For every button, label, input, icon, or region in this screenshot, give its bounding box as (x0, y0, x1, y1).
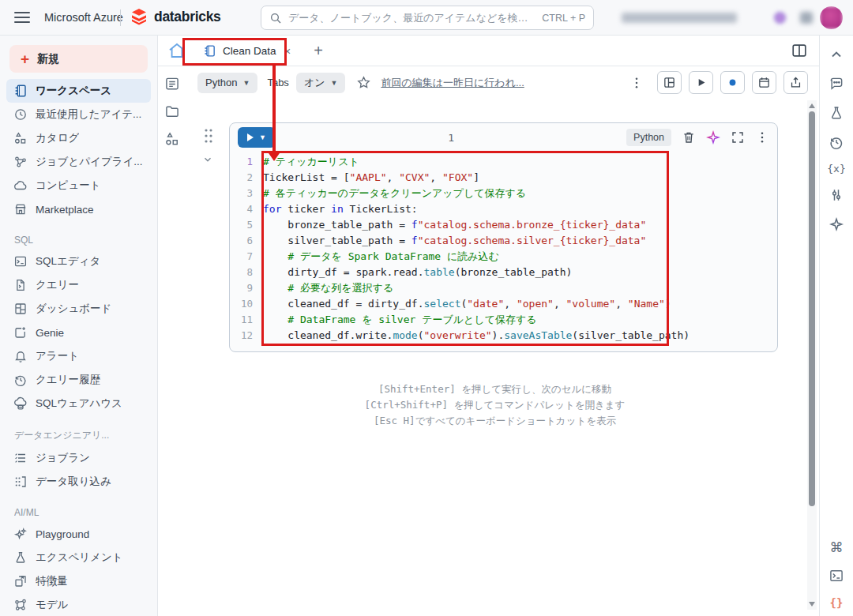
settings-sliders-icon[interactable] (829, 187, 844, 203)
catalog-schema-icon[interactable] (164, 131, 180, 147)
hamburger-menu-icon[interactable] (14, 10, 30, 24)
toolbar-actions (629, 71, 819, 94)
assistant-sparkle-icon[interactable] (706, 130, 720, 145)
topbar-icon-redacted-2[interactable] (800, 12, 813, 24)
line-number: 3 (230, 186, 263, 201)
sidebar-item-job-runs[interactable]: ジョブラン (6, 446, 151, 470)
sidebar-item-marketplace[interactable]: Marketplace (6, 197, 151, 221)
variables-icon[interactable]: {x} (827, 163, 845, 174)
code-line-1[interactable]: 1# ティッカーリスト (230, 154, 777, 170)
notebook-left-rail (158, 66, 186, 616)
sidebar-item-recents[interactable]: 最近使用したアイテ... (6, 103, 151, 126)
new-button[interactable]: + 新規 (9, 45, 148, 73)
code-line-11[interactable]: 11 # DataFrame を silver テーブルとして保存する (230, 312, 777, 328)
table-of-contents-icon[interactable] (164, 76, 180, 92)
code-line-6[interactable]: 6 silver_table_path = f"catalog.schema.s… (230, 233, 777, 249)
collapse-panel-chevron-icon[interactable] (829, 47, 844, 62)
scrollbar[interactable] (807, 100, 817, 610)
expand-fullscreen-icon[interactable] (731, 130, 745, 145)
share-button[interactable] (783, 71, 808, 94)
sidebar-item-queries[interactable]: クエリー (6, 273, 151, 297)
tab-clean-data[interactable]: Clean Data × (193, 36, 302, 66)
recents-icon (13, 107, 28, 122)
scrollbar-thumb[interactable] (809, 111, 815, 506)
trash-icon[interactable] (682, 130, 696, 145)
sidebar-item-data-ingestion[interactable]: データ取り込み (6, 470, 151, 494)
run-dropdown-chevron-icon[interactable]: ▼ (259, 133, 266, 141)
code-line-2[interactable]: 2TickerList = ["AAPL", "CVX", "FOX"] (230, 170, 777, 186)
scrollbar-down-arrow[interactable] (807, 599, 817, 609)
home-icon[interactable] (167, 41, 186, 60)
line-number: 12 (230, 328, 263, 344)
schedule-button[interactable] (752, 71, 776, 94)
terminal-icon[interactable] (829, 568, 844, 584)
sidebar-item-genie[interactable]: Genie (6, 321, 151, 344)
split-view-icon[interactable] (791, 42, 808, 59)
tab-close-icon[interactable]: × (283, 44, 293, 58)
folder-icon[interactable] (164, 103, 180, 119)
sidebar-item-playground[interactable]: Playground (6, 522, 151, 546)
sidebar-item-sql-warehouse[interactable]: SQLウェアハウス (6, 392, 151, 415)
sidebar-item-workspace[interactable]: ワークスペース (6, 79, 151, 103)
workspace-name-redacted[interactable] (622, 13, 737, 23)
cell-number: 1 (276, 132, 626, 144)
run-cell-button[interactable]: ▼ (238, 127, 276, 148)
keyboard-hint-line: [Esc H]ですべてのキーボードショートカットを表示 (186, 413, 803, 429)
databricks-app: Microsoft Azure databricks データ、ノートブック、最近… (0, 0, 853, 616)
code-line-8[interactable]: 8 dirty_df = spark.read.table(bronze_tab… (230, 265, 777, 280)
interrupt-button[interactable] (720, 71, 745, 94)
marketplace-icon (13, 202, 28, 216)
notebook-canvas: ▼ 1 Python (186, 99, 819, 616)
sidebar-item-jobs[interactable]: ジョブとパイプライ... (6, 150, 151, 174)
favorite-star-icon[interactable] (356, 75, 371, 90)
databricks-brand[interactable]: databricks (130, 7, 221, 26)
sidebar-item-query-history[interactable]: クエリー履歴 (6, 368, 151, 392)
line-number: 7 (230, 249, 263, 265)
code-line-12[interactable]: 12 cleaned_df.write.mode("overwrite").sa… (230, 328, 777, 344)
code-line-10[interactable]: 10 cleaned_df = dirty_df.select("date", … (230, 296, 777, 312)
comments-icon[interactable] (829, 76, 844, 92)
cell-language-badge[interactable]: Python (626, 129, 671, 146)
keyboard-hints: [Shift+Enter] を押して実行し、次のセルに移動[Ctrl+Shift… (186, 381, 803, 429)
playground-icon (13, 527, 28, 541)
cell-drag-handle-icon[interactable] (202, 127, 215, 145)
scrollbar-up-arrow[interactable] (807, 101, 817, 111)
code-line-7[interactable]: 7 # データを Spark DataFrame に読み込む (230, 249, 777, 265)
sidebar-item-experiments[interactable]: エクスペリメント (6, 546, 151, 569)
topbar-icon-redacted-1[interactable] (774, 12, 786, 24)
sidebar-item-label: ワークスペース (36, 84, 111, 98)
global-search-input[interactable]: データ、ノートブック、最近のアイテムなどを検索... CTRL + P (261, 6, 594, 30)
sidebar-item-models[interactable]: モデル (6, 593, 151, 616)
toolbar-kebab-icon[interactable] (629, 76, 644, 90)
cell-kebab-icon[interactable] (755, 130, 769, 145)
experiments-rail-icon[interactable] (829, 105, 844, 121)
assistant-rail-icon[interactable] (829, 216, 844, 232)
sidebar-item-alerts[interactable]: アラート (6, 344, 151, 368)
code-line-4[interactable]: 4for ticker in TickerList: (230, 201, 777, 217)
sidebar-item-features[interactable]: 特徴量 (6, 569, 151, 593)
code-line-9[interactable]: 9 # 必要な列を選択する (230, 280, 777, 296)
code-line-5[interactable]: 5 bronze_table_path = f"catalog.schema.b… (230, 217, 777, 233)
code-editor[interactable]: 1# ティッカーリスト2TickerList = ["AAPL", "CVX",… (230, 152, 777, 351)
last-edit-link[interactable]: 前回の編集は一昨日に行われ... (381, 76, 524, 90)
sidebar-item-catalog[interactable]: カタログ (6, 126, 151, 150)
new-tab-icon[interactable]: + (314, 43, 323, 58)
run-all-button[interactable] (689, 71, 713, 94)
tab-label: Clean Data (223, 45, 276, 57)
search-icon (269, 12, 282, 24)
sidebar-item-sql-editor[interactable]: SQLエディタ (6, 250, 151, 273)
tabs-toggle-dropdown[interactable]: オン▼ (296, 73, 346, 93)
version-history-icon[interactable] (829, 134, 844, 150)
sidebar-item-label: 最近使用したアイテ... (36, 107, 141, 122)
layout-button[interactable] (657, 71, 682, 94)
sidebar-item-dashboards[interactable]: ダッシュボード (6, 297, 151, 321)
language-dropdown[interactable]: Python▼ (197, 73, 257, 93)
web-terminal-braces-icon[interactable]: {} (830, 597, 844, 608)
sidebar-item-compute[interactable]: コンピュート (6, 174, 151, 197)
catalog-icon (13, 131, 28, 145)
shortcuts-command-icon[interactable]: ⌘ (830, 541, 844, 554)
jobs-icon (13, 155, 28, 169)
code-line-3[interactable]: 3# 各ティッカーのデータをクリーンアップして保存する (230, 186, 777, 201)
cell-collapse-chevron-icon[interactable] (202, 154, 213, 165)
user-avatar[interactable] (820, 6, 843, 29)
